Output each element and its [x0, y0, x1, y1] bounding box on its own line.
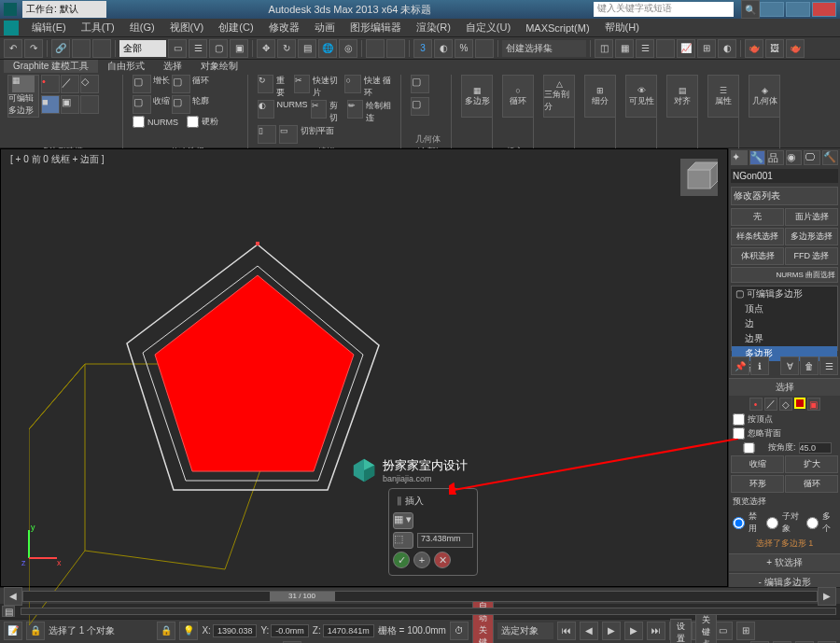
cut-button[interactable]: ✂: [311, 100, 328, 119]
loop-button[interactable]: ▢: [172, 75, 190, 93]
preview-subobj-radio[interactable]: [766, 517, 778, 529]
geom-btn2[interactable]: ▢: [411, 97, 429, 116]
geom-btn1[interactable]: ▢: [411, 75, 429, 93]
quickloop-button[interactable]: ○: [344, 75, 360, 93]
select-button[interactable]: ▭: [168, 39, 187, 58]
hard-check[interactable]: [187, 116, 199, 128]
subobj-element[interactable]: ▣: [807, 398, 820, 411]
percent-snap-button[interactable]: %: [455, 39, 473, 58]
move-button[interactable]: ✥: [257, 39, 275, 58]
undo-button[interactable]: ↶: [4, 39, 22, 58]
menu-graph[interactable]: 图形编辑器: [343, 21, 409, 35]
angle-spinner[interactable]: [799, 442, 832, 454]
app-logo[interactable]: [4, 21, 19, 35]
time-prev[interactable]: ◀: [4, 587, 22, 606]
menu-render[interactable]: 渲染(R): [409, 21, 458, 35]
pivot-button[interactable]: ◎: [339, 39, 357, 58]
render-button[interactable]: 🫖: [786, 39, 805, 58]
props-panel-button[interactable]: ☰属性: [707, 75, 739, 118]
loop-panel-button[interactable]: ○循环: [502, 75, 534, 118]
viewport[interactable]: [ + 0 前 0 线框 + 边面 ] y x z: [0, 148, 728, 587]
stack-config-button[interactable]: ∀: [780, 356, 799, 375]
caddy-type-button[interactable]: ▦ ▾: [393, 512, 413, 529]
constrain-button[interactable]: ▯: [258, 125, 276, 144]
grow-sel-button[interactable]: 扩大: [785, 455, 838, 473]
mirror-button[interactable]: ◫: [595, 39, 613, 58]
snap-toggle-button[interactable]: 3: [413, 39, 432, 58]
cmd-tab-hierarchy[interactable]: 品: [767, 150, 784, 165]
time-thumb[interactable]: 31 / 100: [270, 592, 335, 601]
rollout-editpoly[interactable]: - 编辑多边形: [729, 573, 840, 587]
manipulate-button[interactable]: [366, 39, 385, 58]
ignore-backface-check[interactable]: [733, 427, 745, 440]
stack-edge[interactable]: 边: [732, 316, 837, 331]
geom-panel-button[interactable]: ◈几何体: [749, 75, 780, 118]
scale-button[interactable]: ▤: [298, 39, 316, 58]
rollout-softsel[interactable]: + 软选择: [729, 553, 840, 571]
redo-button[interactable]: ↷: [24, 39, 43, 58]
stack-border[interactable]: 边界: [732, 331, 837, 346]
maximize-button[interactable]: [786, 2, 810, 17]
rollout-selection[interactable]: 选择: [729, 378, 840, 396]
time-next[interactable]: ▶: [818, 587, 836, 606]
ribbon-tab-paint[interactable]: 对象绘制: [191, 60, 247, 73]
ring-sel-button[interactable]: 环形: [731, 475, 784, 493]
menu-custom[interactable]: 自定义(U): [458, 21, 518, 35]
subobj-border-button[interactable]: ◇: [80, 75, 99, 93]
shrink-sel-button[interactable]: 收缩: [731, 455, 784, 473]
close-button[interactable]: [812, 2, 836, 17]
modifier-stack[interactable]: ▢ 可编辑多边形 顶点 边 边界 多边形 元素: [731, 286, 838, 351]
rotate-button[interactable]: ↻: [277, 39, 296, 58]
time-config[interactable]: ⏱: [450, 622, 469, 640]
menu-maxscript[interactable]: MAXScript(M): [518, 22, 596, 34]
sel-btn-patch[interactable]: 面片选择: [785, 208, 838, 226]
align-button[interactable]: ▦: [615, 39, 634, 58]
maxscript-button[interactable]: 📝: [4, 622, 22, 640]
schematic-button[interactable]: ⊞: [697, 39, 716, 58]
sel-btn-ffd[interactable]: FFD 选择: [785, 247, 838, 265]
search-icon[interactable]: 🔍: [741, 0, 760, 19]
grow-button[interactable]: ▢: [133, 75, 151, 93]
cmd-tab-motion[interactable]: ◉: [786, 150, 803, 165]
menu-create[interactable]: 创建(C): [211, 21, 260, 35]
stack-vertex[interactable]: 顶点: [732, 301, 837, 316]
angle-snap-button[interactable]: ◐: [434, 39, 453, 58]
material-editor-button[interactable]: ◐: [718, 39, 736, 58]
paintconn-button[interactable]: ✏: [347, 100, 364, 119]
preview-off-radio[interactable]: [733, 517, 745, 529]
caddy-apply-button[interactable]: +: [413, 552, 430, 568]
align-panel-button[interactable]: ▤对齐: [666, 75, 698, 118]
ribbon-tab-selection[interactable]: 选择: [154, 60, 191, 73]
cmd-tab-modify[interactable]: 🔧: [749, 150, 766, 165]
subobj-vertex[interactable]: •: [749, 398, 763, 411]
prev-frame[interactable]: ◀: [580, 622, 598, 640]
time-slider[interactable]: ◀ 31 / 100 ▶: [0, 587, 840, 604]
vis-panel-button[interactable]: 👁可见性: [625, 75, 657, 118]
cmd-tab-create[interactable]: ✦: [731, 150, 748, 165]
menu-animation[interactable]: 动画: [307, 21, 343, 35]
workspace-dropdown[interactable]: 工作台: 默认: [22, 1, 106, 18]
menu-tools[interactable]: 工具(T): [74, 21, 122, 35]
menu-view[interactable]: 视图(V): [162, 21, 212, 35]
by-vertex-check[interactable]: [733, 413, 745, 426]
stack-setup-button[interactable]: ☰: [819, 356, 838, 375]
stack-show-button[interactable]: ℹ: [750, 356, 769, 375]
repeat-button[interactable]: ↻: [258, 75, 273, 93]
sel-btn-poly[interactable]: 多边形选择: [785, 228, 838, 245]
viewport-label[interactable]: [ + 0 前 0 线框 + 边面 ]: [10, 153, 105, 166]
nurms-check[interactable]: [133, 116, 145, 128]
subobj-none-button[interactable]: [80, 95, 99, 114]
sel-btn-shell[interactable]: 壳: [731, 208, 784, 226]
curve-editor-button[interactable]: 📈: [677, 39, 695, 58]
spinner-snap-button[interactable]: [475, 39, 494, 58]
cmd-tab-display[interactable]: 🖵: [804, 150, 820, 165]
poly-panel-button[interactable]: ▦多边形: [461, 75, 493, 118]
minimize-button[interactable]: [760, 2, 784, 17]
menu-group[interactable]: 组(G): [122, 21, 162, 35]
play-button[interactable]: ▶: [602, 622, 621, 640]
named-selection-set[interactable]: 创建选择集: [502, 40, 586, 57]
ribbon-tab-freeform[interactable]: 自由形式: [98, 60, 154, 73]
window-crossing-button[interactable]: ▣: [230, 39, 248, 58]
next-frame[interactable]: ▶: [624, 622, 643, 640]
subobj-edge[interactable]: ／: [764, 398, 777, 411]
